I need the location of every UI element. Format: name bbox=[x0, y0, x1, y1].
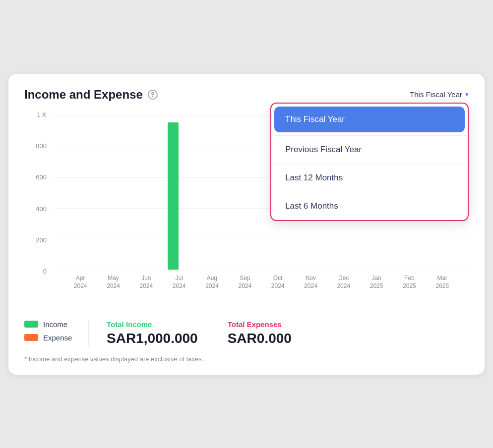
total-expenses-block: Total Expenses SAR0.000 bbox=[228, 320, 292, 346]
selected-period-label: This Fiscal Year bbox=[410, 90, 462, 99]
legend: Income Expense bbox=[24, 320, 89, 346]
dropdown-item-last-6-months[interactable]: Last 6 Months bbox=[271, 192, 468, 220]
card-header: Income and Expense ? This Fiscal Year ▾ bbox=[24, 88, 469, 102]
x-axis-label: Sep2024 bbox=[229, 274, 261, 291]
bar-group bbox=[64, 116, 97, 270]
total-income-label: Total Income bbox=[107, 320, 198, 329]
x-axis-label: Jan2025 bbox=[360, 274, 393, 291]
y-label-200: 200 bbox=[36, 237, 47, 243]
period-dropdown-trigger[interactable]: This Fiscal Year ▾ bbox=[410, 90, 469, 99]
income-color-swatch bbox=[24, 321, 38, 328]
income-expense-card: Income and Expense ? This Fiscal Year ▾ … bbox=[8, 74, 485, 375]
total-expenses-value: SAR0.000 bbox=[228, 331, 292, 346]
x-axis-label: Aug2024 bbox=[195, 274, 228, 291]
dropdown-item-last-12-months[interactable]: Last 12 Months bbox=[271, 164, 468, 192]
x-axis-label: Nov2024 bbox=[294, 274, 327, 291]
expense-legend-label: Expense bbox=[43, 334, 72, 342]
total-expenses-label: Total Expenses bbox=[228, 320, 292, 329]
x-axis-label: Dec2024 bbox=[327, 274, 360, 291]
y-label-0: 0 bbox=[43, 268, 47, 275]
chevron-down-icon: ▾ bbox=[465, 91, 469, 98]
expense-color-swatch bbox=[24, 334, 38, 341]
legend-expense: Expense bbox=[24, 334, 74, 342]
x-axis-label: Jun2024 bbox=[130, 274, 163, 291]
title-group: Income and Expense ? bbox=[24, 88, 158, 102]
x-axis-label: Mar2025 bbox=[426, 274, 459, 291]
section-divider bbox=[24, 310, 469, 310]
period-dropdown-menu: This Fiscal Year Previous Fiscal Year La… bbox=[270, 103, 469, 221]
x-axis-label: May2024 bbox=[97, 274, 129, 291]
help-icon[interactable]: ? bbox=[148, 90, 158, 100]
card-title: Income and Expense bbox=[24, 88, 143, 102]
footer-section: Income Expense Total Income SAR1,000.000… bbox=[24, 320, 469, 346]
legend-income: Income bbox=[24, 320, 74, 329]
y-axis: 1 K 800 600 400 200 0 bbox=[24, 112, 52, 275]
bar-group bbox=[97, 116, 129, 270]
y-label-400: 400 bbox=[36, 206, 47, 212]
y-label-800: 800 bbox=[36, 143, 47, 149]
bar-group bbox=[229, 116, 261, 270]
income-bar bbox=[168, 122, 179, 270]
x-axis-label: Feb2025 bbox=[393, 274, 426, 291]
footnote: * Income and expense values displayed ar… bbox=[24, 355, 469, 363]
x-axis-label: Apr2024 bbox=[64, 274, 97, 291]
bar-group bbox=[163, 116, 195, 270]
x-axis-label: Jul2024 bbox=[163, 274, 195, 291]
total-income-value: SAR1,000.000 bbox=[107, 331, 198, 346]
bar-group bbox=[195, 116, 228, 270]
dropdown-item-previous-fiscal-year[interactable]: Previous Fiscal Year bbox=[271, 136, 468, 164]
bar-group bbox=[130, 116, 163, 270]
totals-section: Total Income SAR1,000.000 Total Expenses… bbox=[89, 320, 292, 346]
dropdown-item-this-fiscal-year[interactable]: This Fiscal Year bbox=[274, 107, 465, 132]
x-axis: Apr2024May2024Jun2024Jul2024Aug2024Sep20… bbox=[54, 274, 469, 291]
x-axis-label: Oct2024 bbox=[261, 274, 294, 291]
y-label-1k: 1 K bbox=[37, 112, 47, 118]
y-label-600: 600 bbox=[36, 174, 47, 180]
income-legend-label: Income bbox=[43, 320, 67, 329]
total-income-block: Total Income SAR1,000.000 bbox=[107, 320, 198, 346]
